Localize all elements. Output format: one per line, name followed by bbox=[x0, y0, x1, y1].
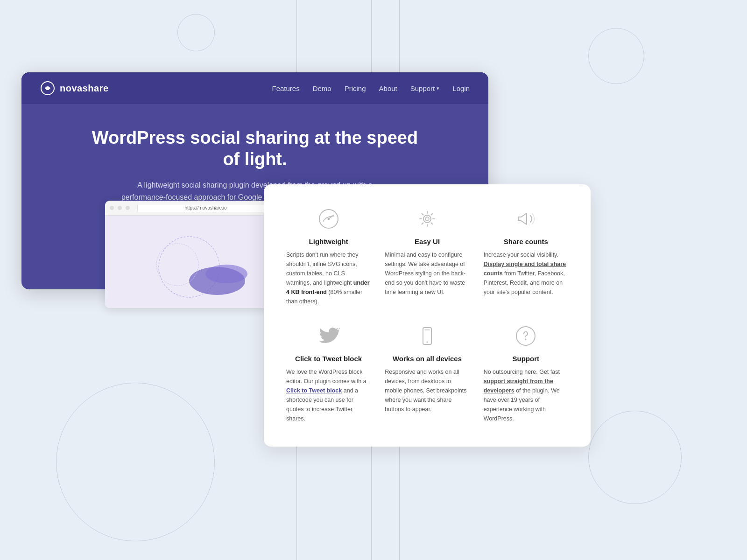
feature-easy-ui-title: Easy UI bbox=[385, 238, 469, 245]
feature-click-tweet: Click to Tweet block We love the WordPre… bbox=[286, 325, 371, 423]
browser-dot-yellow bbox=[118, 206, 122, 210]
browser-dot-green bbox=[126, 206, 130, 210]
feature-support: Support No outsourcing here. Get fast su… bbox=[484, 325, 568, 423]
feature-easy-ui-desc: Minimal and easy to configure settings. … bbox=[385, 250, 469, 297]
nav-support-link[interactable]: Support bbox=[410, 84, 435, 92]
feature-click-tweet-desc: We love the WordPress block editor. Our … bbox=[286, 367, 371, 423]
hero-nav: novashare Features Demo Pricing About Su… bbox=[21, 72, 488, 104]
click-tweet-link[interactable]: Click to Tweet block bbox=[286, 387, 342, 394]
megaphone-icon bbox=[514, 208, 537, 230]
share-counts-highlight: Display single and total share counts bbox=[484, 261, 566, 277]
support-highlight: support straight from the developers bbox=[484, 378, 553, 394]
svg-rect-1 bbox=[105, 216, 282, 308]
nav-features[interactable]: Features bbox=[272, 84, 299, 92]
feature-lightweight-title: Lightweight bbox=[286, 238, 371, 245]
browser-bar: https:// novashare.io bbox=[105, 201, 282, 216]
nav-support[interactable]: Support ▾ bbox=[410, 84, 440, 92]
nav-pricing[interactable]: Pricing bbox=[345, 84, 366, 92]
feature-share-counts-desc: Increase your social visibility. Display… bbox=[484, 250, 568, 297]
bg-circle-2 bbox=[588, 411, 682, 504]
lightweight-bold: under 4 KB front-end bbox=[286, 280, 370, 295]
logo-icon bbox=[40, 81, 55, 96]
feature-lightweight: Lightweight Scripts don't run where they… bbox=[286, 208, 371, 306]
speedometer-icon bbox=[317, 208, 340, 230]
logo-area: novashare bbox=[40, 81, 109, 96]
chevron-down-icon: ▾ bbox=[437, 85, 439, 91]
feature-click-tweet-title: Click to Tweet block bbox=[286, 355, 371, 363]
bg-circle-4 bbox=[177, 14, 215, 51]
svg-point-4 bbox=[205, 265, 247, 283]
svg-point-8 bbox=[423, 215, 431, 223]
nav-login[interactable]: Login bbox=[452, 84, 470, 92]
feature-all-devices: Works on all devices Responsive and work… bbox=[385, 325, 469, 423]
feature-support-title: Support bbox=[484, 355, 568, 363]
mobile-icon bbox=[416, 325, 438, 347]
nav-about[interactable]: About bbox=[379, 84, 397, 92]
nav-links: Features Demo Pricing About Support ▾ Lo… bbox=[272, 84, 470, 92]
feature-share-counts-title: Share counts bbox=[484, 238, 568, 245]
svg-point-14 bbox=[525, 339, 527, 340]
browser-url: https:// novashare.io bbox=[137, 204, 274, 212]
feature-support-desc: No outsourcing here. Get fast support st… bbox=[484, 367, 568, 423]
feature-easy-ui: Easy UI Minimal and easy to configure se… bbox=[385, 208, 469, 306]
logo-text: novashare bbox=[60, 83, 109, 94]
hero-title: WordPress social sharing at the speed of… bbox=[92, 127, 418, 170]
browser-dot-red bbox=[110, 206, 114, 210]
browser-content bbox=[105, 216, 282, 308]
bg-circle-3 bbox=[588, 28, 644, 84]
svg-point-9 bbox=[425, 217, 429, 221]
features-grid: Lightweight Scripts don't run where they… bbox=[286, 208, 568, 423]
nav-demo[interactable]: Demo bbox=[313, 84, 331, 92]
features-card: Lightweight Scripts don't run where they… bbox=[264, 184, 591, 447]
bg-circle-1 bbox=[56, 383, 215, 541]
gear-icon bbox=[416, 208, 438, 230]
feature-all-devices-title: Works on all devices bbox=[385, 355, 469, 363]
feature-share-counts: Share counts Increase your social visibi… bbox=[484, 208, 568, 306]
browser-illustration bbox=[105, 216, 282, 308]
help-icon bbox=[514, 325, 537, 347]
svg-point-11 bbox=[426, 342, 428, 343]
browser-card: https:// novashare.io bbox=[105, 201, 282, 308]
feature-all-devices-desc: Responsive and works on all devices, fro… bbox=[385, 367, 469, 414]
twitter-icon bbox=[317, 325, 340, 347]
svg-point-7 bbox=[327, 218, 330, 220]
feature-lightweight-desc: Scripts don't run where they shouldn't, … bbox=[286, 250, 371, 306]
